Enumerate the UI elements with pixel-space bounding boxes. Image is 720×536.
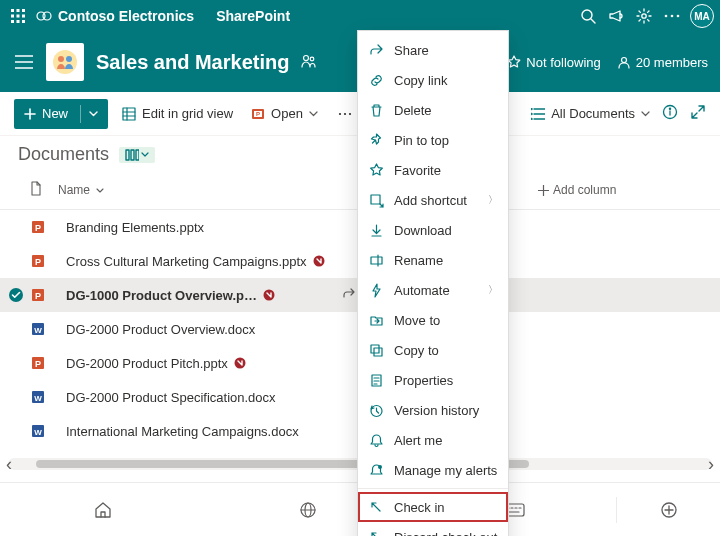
- menu-item-copyto[interactable]: Copy to: [358, 335, 508, 365]
- addshortcut-icon: [368, 193, 384, 208]
- file-name[interactable]: DG-1000 Product Overview.p…: [66, 288, 378, 303]
- menu-item-label: Copy link: [394, 73, 498, 88]
- menu-item-label: Pin to top: [394, 133, 498, 148]
- svg-point-95: [378, 465, 382, 469]
- file-type-icon: P: [30, 287, 50, 303]
- menu-item-label: Automate: [394, 283, 478, 298]
- svg-point-22: [66, 56, 72, 62]
- svg-point-24: [311, 57, 315, 61]
- chevron-down-icon: [141, 152, 149, 157]
- nav-toggle-icon[interactable]: [12, 50, 36, 74]
- pin-icon: [368, 133, 384, 148]
- site-logo[interactable]: [46, 43, 84, 81]
- menu-item-label: Version history: [394, 403, 498, 418]
- user-avatar[interactable]: MA: [690, 4, 714, 28]
- new-button[interactable]: New: [14, 99, 108, 129]
- svg-point-35: [339, 112, 341, 114]
- scroll-right-icon[interactable]: ›: [708, 454, 714, 475]
- file-name[interactable]: International Marketing Campaigns.docx: [66, 424, 378, 439]
- name-column-label: Name: [58, 183, 90, 197]
- svg-point-46: [669, 108, 670, 109]
- menu-item-favorite[interactable]: Favorite: [358, 155, 508, 185]
- menu-item-properties[interactable]: Properties: [358, 365, 508, 395]
- expand-icon[interactable]: [690, 104, 706, 123]
- chevron-right-icon: 〉: [488, 193, 498, 207]
- chevron-down-icon: [96, 188, 104, 193]
- menu-item-label: Delete: [394, 103, 498, 118]
- follow-toggle[interactable]: Not following: [507, 55, 600, 70]
- app-launcher-icon[interactable]: [6, 4, 30, 28]
- svg-rect-8: [22, 20, 25, 23]
- download-icon: [368, 223, 384, 238]
- selected-check-icon[interactable]: [8, 287, 26, 303]
- menu-item-addshortcut[interactable]: Add shortcut〉: [358, 185, 508, 215]
- menu-item-label: Manage my alerts: [394, 463, 498, 478]
- menu-item-checkin[interactable]: Check in: [358, 492, 508, 522]
- library-title: Documents: [18, 144, 109, 165]
- menu-item-delete[interactable]: Delete: [358, 95, 508, 125]
- svg-point-43: [531, 118, 532, 119]
- megaphone-icon[interactable]: [602, 2, 630, 30]
- file-name[interactable]: DG-2000 Product Overview.docx: [66, 322, 378, 337]
- svg-point-15: [671, 15, 674, 18]
- menu-item-label: Favorite: [394, 163, 498, 178]
- menu-item-copylink[interactable]: Copy link: [358, 65, 508, 95]
- members-link[interactable]: 20 members: [617, 55, 708, 70]
- menu-item-moveto[interactable]: Move to: [358, 305, 508, 335]
- svg-point-11: [582, 10, 592, 20]
- svg-rect-5: [22, 15, 25, 18]
- view-switcher[interactable]: [119, 147, 155, 163]
- svg-rect-47: [126, 150, 129, 160]
- footer-home-icon[interactable]: [0, 501, 205, 519]
- managealerts-icon: [368, 463, 384, 478]
- menu-item-version[interactable]: Version history: [358, 395, 508, 425]
- chevron-down-icon: [89, 111, 98, 117]
- info-icon[interactable]: [662, 104, 678, 123]
- org-name[interactable]: Contoso Electronics: [58, 8, 194, 24]
- share-icon: [368, 43, 384, 58]
- search-icon[interactable]: [574, 2, 602, 30]
- view-label: All Documents: [551, 106, 635, 121]
- menu-item-share[interactable]: Share: [358, 35, 508, 65]
- file-name[interactable]: Cross Cultural Marketing Campaigns.pptx: [66, 254, 378, 269]
- file-name[interactable]: Branding Elements.pptx: [66, 220, 378, 235]
- svg-text:P: P: [35, 359, 41, 369]
- file-name[interactable]: DG-2000 Product Specification.docx: [66, 390, 378, 405]
- svg-text:W: W: [34, 326, 42, 335]
- menu-item-managealerts[interactable]: Manage my alerts: [358, 455, 508, 485]
- site-name[interactable]: Sales and Marketing: [96, 51, 289, 74]
- share-row-icon[interactable]: [342, 287, 356, 304]
- more-commands-button[interactable]: [332, 108, 358, 120]
- filetype-column-icon[interactable]: [30, 181, 42, 199]
- add-column-button[interactable]: Add column: [538, 183, 616, 197]
- svg-text:P: P: [35, 291, 41, 301]
- properties-icon: [368, 373, 384, 388]
- add-column-label: Add column: [553, 183, 616, 197]
- menu-item-discard[interactable]: Discard check out: [358, 522, 508, 536]
- app-name[interactable]: SharePoint: [216, 8, 290, 24]
- svg-rect-89: [374, 348, 382, 356]
- menu-item-download[interactable]: Download: [358, 215, 508, 245]
- settings-icon[interactable]: [630, 2, 658, 30]
- menu-item-label: Alert me: [394, 433, 498, 448]
- svg-point-41: [531, 108, 532, 109]
- footer-add-icon[interactable]: [617, 501, 720, 519]
- scroll-left-icon[interactable]: ‹: [6, 454, 12, 475]
- menu-item-alert[interactable]: Alert me: [358, 425, 508, 455]
- menu-item-label: Properties: [394, 373, 498, 388]
- open-button[interactable]: P Open: [247, 102, 322, 125]
- menu-item-pin[interactable]: Pin to top: [358, 125, 508, 155]
- menu-item-rename[interactable]: Rename: [358, 245, 508, 275]
- svg-text:W: W: [34, 428, 42, 437]
- svg-text:P: P: [256, 111, 260, 117]
- more-icon[interactable]: [658, 2, 686, 30]
- svg-rect-85: [371, 195, 380, 204]
- discard-icon: [368, 530, 384, 537]
- name-column-header[interactable]: Name: [58, 183, 388, 197]
- teams-icon[interactable]: [299, 52, 317, 73]
- edit-grid-button[interactable]: Edit in grid view: [118, 102, 237, 125]
- svg-rect-48: [131, 150, 134, 160]
- view-selector[interactable]: All Documents: [531, 106, 650, 121]
- file-name[interactable]: DG-2000 Product Pitch.pptx: [66, 356, 378, 371]
- menu-item-automate[interactable]: Automate〉: [358, 275, 508, 305]
